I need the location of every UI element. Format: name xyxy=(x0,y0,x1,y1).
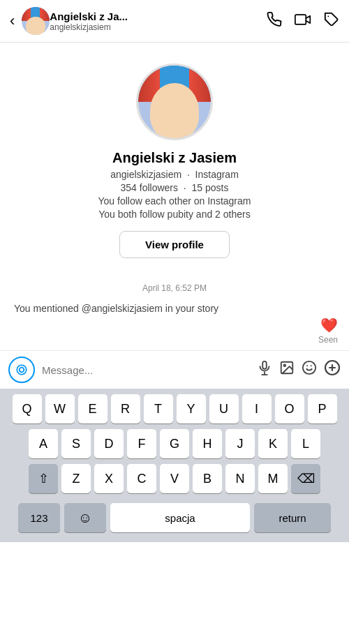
key-V[interactable]: V xyxy=(160,464,189,493)
mic-icon[interactable] xyxy=(257,360,272,380)
shift-key[interactable]: ⇧ xyxy=(29,464,58,493)
key-I[interactable]: I xyxy=(242,394,272,424)
avatar-face-inner xyxy=(150,83,199,139)
key-S[interactable]: S xyxy=(61,429,91,458)
plus-icon[interactable] xyxy=(324,359,341,380)
profile-name: Angielski z Jasiem xyxy=(112,150,237,166)
key-A[interactable]: A xyxy=(29,429,58,458)
keyboard-row-1: Q W E R T Y U I O P xyxy=(3,394,346,424)
key-U[interactable]: U xyxy=(209,394,239,424)
key-H[interactable]: H xyxy=(193,429,222,458)
message-input-row xyxy=(0,350,349,389)
profile-mutual: You both follow pubity and 2 others xyxy=(98,209,250,220)
mention-message: You mentioned @angielskizjasiem in your … xyxy=(14,303,338,314)
keyboard-row-3: ⇧ Z X C V B N M ⌫ xyxy=(3,464,346,493)
key-J[interactable]: J xyxy=(225,429,255,458)
svg-point-3 xyxy=(17,365,26,374)
key-R[interactable]: R xyxy=(111,394,140,424)
chat-timestamp: April 18, 6:52 PM xyxy=(11,283,338,293)
header-name: Angielski z Ja... xyxy=(50,10,267,22)
header-text: Angielski z Ja... angielskizjasiem xyxy=(50,10,267,32)
keyboard-row-2: A S D F G H J K L xyxy=(3,429,346,458)
space-key[interactable]: spacja xyxy=(110,503,250,532)
key-X[interactable]: X xyxy=(94,464,124,493)
tag-icon[interactable] xyxy=(324,12,339,31)
phone-icon[interactable] xyxy=(267,12,282,31)
delete-key[interactable]: ⌫ xyxy=(291,464,320,493)
avatar-face xyxy=(138,65,211,139)
key-P[interactable]: P xyxy=(308,394,337,424)
key-M[interactable]: M xyxy=(258,464,288,493)
gallery-icon[interactable] xyxy=(279,360,295,380)
key-E[interactable]: E xyxy=(78,394,107,424)
profile-platform: Instagram xyxy=(195,169,239,180)
num-key[interactable]: 123 xyxy=(18,503,60,532)
key-O[interactable]: O xyxy=(275,394,304,424)
svg-rect-4 xyxy=(262,361,267,369)
key-Q[interactable]: Q xyxy=(13,394,42,424)
profile-avatar xyxy=(136,63,213,140)
header-avatar xyxy=(22,7,50,35)
emoji-key[interactable]: ☺ xyxy=(64,503,106,532)
key-L[interactable]: L xyxy=(291,429,320,458)
chat-area: April 18, 6:52 PM You mentioned @angiels… xyxy=(0,272,349,350)
header-icons xyxy=(267,12,339,31)
key-N[interactable]: N xyxy=(225,464,255,493)
profile-meta: angielskizjasiem · Instagram xyxy=(110,169,239,180)
return-key[interactable]: return xyxy=(254,503,331,532)
svg-point-2 xyxy=(20,368,24,373)
profile-username: angielskizjasiem xyxy=(110,169,181,180)
header-username: angielskizjasiem xyxy=(50,22,267,32)
key-Y[interactable]: Y xyxy=(177,394,206,424)
seen-text: Seen xyxy=(11,335,338,345)
profile-section: Angielski z Jasiem angielskizjasiem · In… xyxy=(0,43,349,272)
header: ‹ Angielski z Ja... angielskizjasiem xyxy=(0,0,349,43)
key-C[interactable]: C xyxy=(127,464,156,493)
svg-rect-0 xyxy=(295,15,306,24)
message-input[interactable] xyxy=(42,364,250,376)
key-T[interactable]: T xyxy=(144,394,173,424)
camera-button[interactable] xyxy=(8,357,35,383)
svg-point-8 xyxy=(283,364,285,366)
keyboard: Q W E R T Y U I O P A S D F G H J K L ⇧ … xyxy=(0,389,349,542)
sticker-icon[interactable] xyxy=(302,360,317,380)
key-Z[interactable]: Z xyxy=(61,464,91,493)
key-F[interactable]: F xyxy=(127,429,156,458)
key-G[interactable]: G xyxy=(160,429,189,458)
svg-point-9 xyxy=(303,361,315,374)
key-D[interactable]: D xyxy=(94,429,124,458)
key-W[interactable]: W xyxy=(45,394,75,424)
key-K[interactable]: K xyxy=(258,429,288,458)
back-button[interactable]: ‹ xyxy=(10,12,15,30)
profile-followers: 354 followers · 15 posts xyxy=(121,182,229,193)
view-profile-button[interactable]: View profile xyxy=(119,231,230,258)
key-B[interactable]: B xyxy=(193,464,222,493)
heart-reaction[interactable]: ❤️ xyxy=(11,317,338,334)
profile-follow-status: You follow each other on Instagram xyxy=(98,195,251,207)
keyboard-row-bottom: 123 ☺ spacja return xyxy=(3,499,346,534)
video-icon[interactable] xyxy=(295,12,311,31)
